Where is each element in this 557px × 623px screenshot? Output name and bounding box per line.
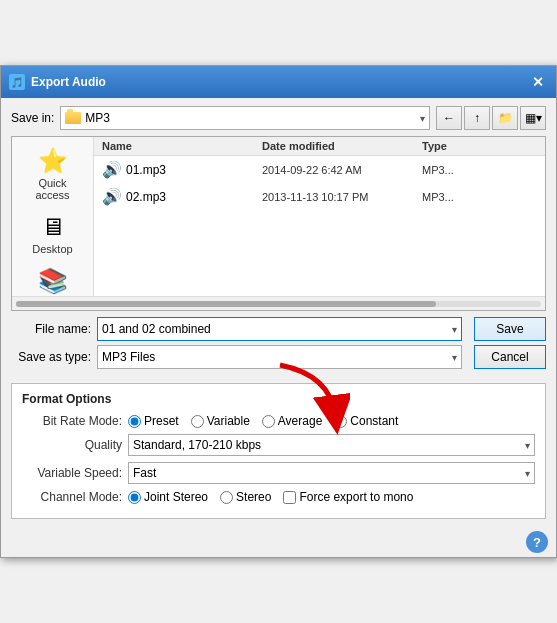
format-options-title: Format Options [22,392,535,406]
file-type-cell-1: MP3... [422,164,537,176]
quality-combo[interactable]: Standard, 170-210 kbps ▾ [128,434,535,456]
sidebar-label-desktop: Desktop [32,243,72,255]
file-name-cell-2: 🔊 02.mp3 [102,187,262,206]
folder-icon [65,112,81,124]
save-in-label: Save in: [11,111,54,125]
desktop-icon: 🖥 [41,213,65,241]
table-row[interactable]: 🔊 02.mp3 2013-11-13 10:17 PM MP3... [94,183,545,210]
channel-mode-label: Channel Mode: [22,490,122,504]
quick-access-icon: ⭐ [38,147,68,175]
variable-speed-row: Variable Speed: Fast ▾ [22,462,535,484]
variable-speed-label: Variable Speed: [22,466,122,480]
channel-mode-radio-group: Joint Stereo Stereo Force export to mono [128,490,413,504]
bit-rate-mode-label: Bit Rate Mode: [22,414,122,428]
radio-average-input[interactable] [262,415,275,428]
force-mono-checkbox-label[interactable]: Force export to mono [283,490,413,504]
help-button[interactable]: ? [526,531,548,553]
mp3-file-icon-1: 🔊 [102,160,122,179]
save-as-type-label: Save as type: [11,350,91,364]
action-buttons: Save Cancel [474,317,546,369]
dialog-icon: 🎵 [9,74,25,90]
save-as-type-dropdown-arrow: ▾ [452,352,457,363]
file-name-combo[interactable]: 01 and 02 combined ▾ [97,317,462,341]
browser-main: ⭐ Quick access 🖥 Desktop 📚 Libraries [12,137,545,296]
horizontal-scrollbar[interactable] [12,296,545,310]
file-name-cell-1: 🔊 01.mp3 [102,160,262,179]
table-row[interactable]: 🔊 01.mp3 2014-09-22 6:42 AM MP3... [94,156,545,183]
quality-value: Standard, 170-210 kbps [133,438,525,452]
sidebar-item-libraries[interactable]: 📚 Libraries [16,263,89,296]
title-bar-left: 🎵 Export Audio [9,74,106,90]
col-header-name: Name [102,140,262,152]
back-button[interactable]: ← [436,106,462,130]
quality-dropdown-arrow: ▾ [525,440,530,451]
file-name-dropdown-arrow: ▾ [452,324,457,335]
force-mono-checkbox[interactable] [283,491,296,504]
quality-label: Quality [22,438,122,452]
bit-rate-mode-row: Bit Rate Mode: Preset Variable Averag [22,414,535,428]
col-header-type: Type [422,140,537,152]
file-name-row: File name: 01 and 02 combined ▾ [11,317,462,341]
sidebar: ⭐ Quick access 🖥 Desktop 📚 Libraries [12,137,94,296]
file-date-cell-1: 2014-09-22 6:42 AM [262,164,422,176]
save-as-type-combo[interactable]: MP3 Files ▾ [97,345,462,369]
sidebar-item-quick-access[interactable]: ⭐ Quick access [16,143,89,205]
dialog-title: Export Audio [31,75,106,89]
file-browser: ⭐ Quick access 🖥 Desktop 📚 Libraries [11,136,546,311]
libraries-icon: 📚 [38,267,68,295]
new-folder-button[interactable]: 📁 [492,106,518,130]
quality-row: Quality Standard, 170-210 kbps ▾ [22,434,535,456]
cancel-button[interactable]: Cancel [474,345,546,369]
save-in-folder-text: MP3 [85,111,420,125]
radio-constant-label: Constant [350,414,398,428]
sidebar-label-quick-access: Quick access [20,177,85,201]
radio-preset[interactable]: Preset [128,414,179,428]
variable-speed-value: Fast [133,466,525,480]
save-as-type-row: Save as type: MP3 Files ▾ [11,345,462,369]
file-name-1: 01.mp3 [126,163,166,177]
up-button[interactable]: ↑ [464,106,490,130]
radio-variable[interactable]: Variable [191,414,250,428]
radio-stereo[interactable]: Stereo [220,490,271,504]
bottom-fields: File name: 01 and 02 combined ▾ Save as … [11,317,462,369]
format-options-section: Format Options Bit Rate Mode: Preset Var… [11,383,546,519]
save-as-type-value: MP3 Files [102,350,452,364]
radio-average-label: Average [278,414,322,428]
force-mono-label: Force export to mono [299,490,413,504]
radio-stereo-input[interactable] [220,491,233,504]
file-type-cell-2: MP3... [422,191,537,203]
file-name-2: 02.mp3 [126,190,166,204]
title-bar: 🎵 Export Audio ✕ [1,66,556,98]
save-button[interactable]: Save [474,317,546,341]
radio-average[interactable]: Average [262,414,322,428]
radio-constant[interactable]: Constant [334,414,398,428]
variable-speed-dropdown-arrow: ▾ [525,468,530,479]
radio-joint-stereo-label: Joint Stereo [144,490,208,504]
radio-stereo-label: Stereo [236,490,271,504]
file-list-header: Name Date modified Type [94,137,545,156]
scroll-thumb [16,301,436,307]
view-button[interactable]: ▦▾ [520,106,546,130]
save-in-dropdown-arrow: ▾ [420,113,425,124]
close-button[interactable]: ✕ [528,72,548,92]
sidebar-item-desktop[interactable]: 🖥 Desktop [16,209,89,259]
col-header-date: Date modified [262,140,422,152]
file-list-area: Name Date modified Type 🔊 01.mp3 2014-09… [94,137,545,296]
toolbar-buttons: ← ↑ 📁 ▦▾ [436,106,546,130]
radio-joint-stereo[interactable]: Joint Stereo [128,490,208,504]
file-fields-and-actions: File name: 01 and 02 combined ▾ Save as … [11,317,546,377]
save-in-combo[interactable]: MP3 ▾ [60,106,430,130]
radio-preset-input[interactable] [128,415,141,428]
radio-variable-input[interactable] [191,415,204,428]
export-audio-dialog: 🎵 Export Audio ✕ Save in: MP3 ▾ ← ↑ 📁 ▦▾ [0,65,557,558]
file-name-value: 01 and 02 combined [102,322,452,336]
bottom-bar: ? [1,529,556,557]
bit-rate-mode-radio-group: Preset Variable Average Constant [128,414,398,428]
radio-joint-stereo-input[interactable] [128,491,141,504]
dialog-body: Save in: MP3 ▾ ← ↑ 📁 ▦▾ [1,98,556,529]
radio-constant-input[interactable] [334,415,347,428]
radio-variable-label: Variable [207,414,250,428]
variable-speed-combo[interactable]: Fast ▾ [128,462,535,484]
dialog-wrapper: 🎵 Export Audio ✕ Save in: MP3 ▾ ← ↑ 📁 ▦▾ [0,65,557,558]
radio-preset-label: Preset [144,414,179,428]
